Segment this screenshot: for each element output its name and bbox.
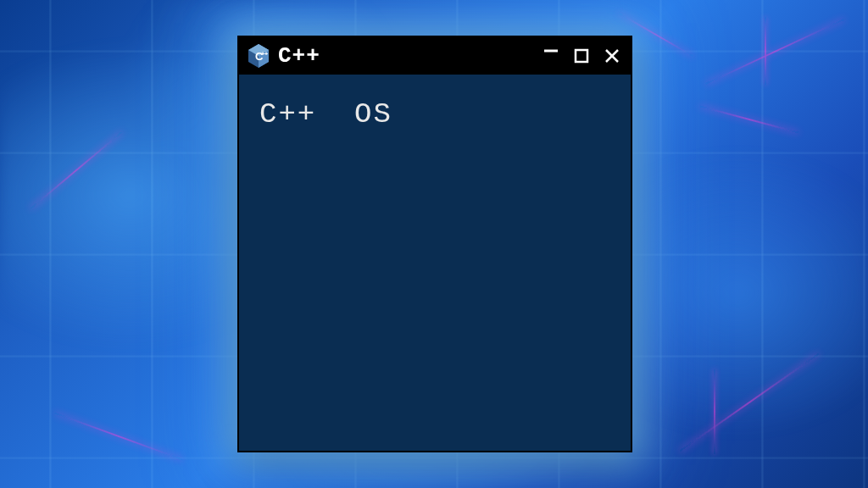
maximize-button[interactable] xyxy=(571,46,592,66)
minimize-button[interactable] xyxy=(541,46,561,66)
close-icon xyxy=(604,47,620,64)
terminal-text: C++ OS xyxy=(259,98,610,130)
window-body: C++ OS xyxy=(239,75,631,154)
app-window: C ++ C++ C++ OS xyxy=(237,36,632,452)
minimize-icon xyxy=(543,43,559,58)
svg-rect-6 xyxy=(576,50,587,62)
maximize-icon xyxy=(574,48,589,64)
cpp-logo-icon: C ++ xyxy=(246,43,271,69)
svg-text:++: ++ xyxy=(261,51,268,57)
window-controls xyxy=(541,46,622,66)
close-button[interactable] xyxy=(602,46,622,66)
titlebar[interactable]: C ++ C++ xyxy=(239,37,631,75)
window-title: C++ xyxy=(278,43,534,69)
